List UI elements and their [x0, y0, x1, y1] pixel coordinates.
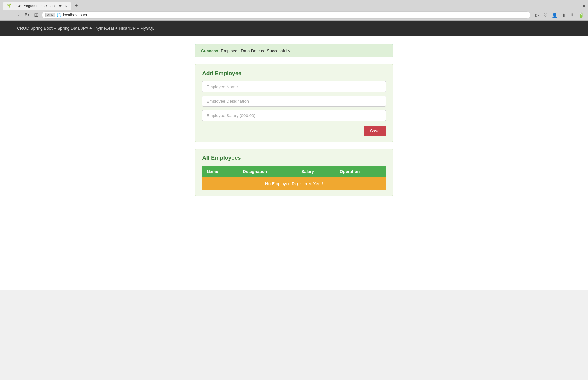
container: Success! Employee Data Deleted Successfu… [195, 44, 393, 196]
save-button[interactable]: Save [364, 126, 386, 136]
empty-message: No Employee Registered Yet!!! [202, 177, 386, 190]
download-button[interactable]: ⬇ [569, 12, 575, 18]
active-tab[interactable]: 🌱 Java Programmer - Spring Bo ✕ [3, 2, 71, 10]
employee-salary-input[interactable] [202, 110, 386, 121]
success-alert: Success! Employee Data Deleted Successfu… [195, 44, 393, 57]
alert-message: Employee Data Deleted Successfully. [221, 48, 291, 53]
table-header-row: Name Designation Salary Operation [202, 166, 386, 177]
add-employee-card: Add Employee Save [195, 64, 393, 142]
col-header-salary: Salary [297, 166, 335, 177]
employee-designation-input[interactable] [202, 96, 386, 107]
address-bar[interactable]: VPN 🌐 localhost:8080 [42, 11, 530, 19]
tab-menu-icon[interactable]: ≡ [583, 3, 585, 8]
battery-button: 🔋 [577, 12, 585, 18]
grid-button[interactable]: ⊞ [32, 11, 40, 19]
col-header-designation: Designation [238, 166, 297, 177]
reload-button[interactable]: ↻ [23, 11, 31, 19]
app-header: CRUD Spring Boot + Spring Data JPA + Thy… [0, 21, 588, 36]
new-tab-button[interactable]: + [72, 3, 80, 8]
col-header-operation: Operation [335, 166, 386, 177]
add-employee-title: Add Employee [202, 70, 386, 77]
browser-nav: ← → ↻ ⊞ VPN 🌐 localhost:8080 ▷ ♡ 👤 ⬆ ⬇ 🔋 [0, 10, 588, 20]
form-actions: Save [202, 124, 386, 136]
employee-name-input[interactable] [202, 81, 386, 92]
browser-chrome: 🌱 Java Programmer - Spring Bo ✕ + ≡ ← → … [0, 0, 588, 21]
all-employees-card: All Employees Name Designation Salary Op… [195, 149, 393, 196]
person-button[interactable]: 👤 [551, 12, 559, 18]
tab-title: Java Programmer - Spring Bo [14, 4, 62, 8]
globe-icon: 🌐 [56, 13, 61, 17]
empty-row: No Employee Registered Yet!!! [202, 177, 386, 190]
col-header-name: Name [202, 166, 238, 177]
share-button[interactable]: ▷ [534, 12, 540, 18]
all-employees-title: All Employees [202, 155, 386, 161]
heart-button[interactable]: ♡ [542, 12, 548, 18]
employee-table: Name Designation Salary Operation No Emp… [202, 166, 386, 190]
nav-actions: ▷ ♡ 👤 ⬆ ⬇ 🔋 [534, 12, 585, 18]
app-header-title: CRUD Spring Boot + Spring Data JPA + Thy… [17, 26, 154, 31]
main-content: Success! Employee Data Deleted Successfu… [0, 36, 588, 290]
address-text: localhost:8080 [63, 13, 527, 17]
back-button[interactable]: ← [3, 12, 11, 19]
alert-bold-text: Success! [201, 48, 220, 53]
tab-favicon: 🌱 [7, 3, 11, 8]
browser-tabs: 🌱 Java Programmer - Spring Bo ✕ + ≡ [0, 0, 588, 10]
vpn-badge: VPN [45, 13, 55, 17]
upload-button[interactable]: ⬆ [561, 12, 567, 18]
tab-close-icon[interactable]: ✕ [64, 4, 67, 8]
forward-button[interactable]: → [13, 12, 21, 19]
